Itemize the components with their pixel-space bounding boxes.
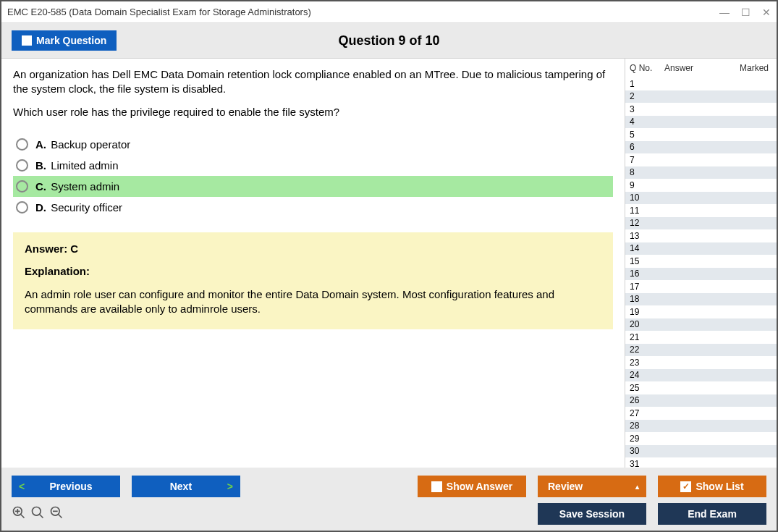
- cell-qno: 10: [625, 193, 660, 203]
- sidebar-row[interactable]: 17: [625, 280, 777, 293]
- cell-qno: 26: [625, 395, 660, 405]
- question-context: An organization has Dell EMC Data Domain…: [13, 67, 613, 97]
- footer: < Previous Next > Show Answer Review ✓ S…: [1, 468, 777, 531]
- show-answer-button[interactable]: Show Answer: [418, 476, 526, 497]
- cell-qno: 3: [625, 104, 660, 114]
- zoom-in-icon[interactable]: [12, 505, 26, 523]
- zoom-reset-icon[interactable]: [30, 505, 45, 523]
- cell-qno: 8: [625, 167, 660, 177]
- sidebar-row[interactable]: 29: [625, 432, 777, 445]
- sidebar-row[interactable]: 2: [625, 90, 777, 104]
- minimize-icon[interactable]: —: [719, 7, 730, 18]
- cell-qno: 24: [625, 370, 660, 380]
- sidebar-body[interactable]: 1234567891011121314151617181920212223242…: [625, 77, 777, 468]
- cell-qno: 30: [625, 446, 660, 456]
- svg-line-1: [21, 514, 25, 518]
- cell-qno: 15: [625, 256, 660, 266]
- review-button[interactable]: Review: [538, 476, 646, 497]
- sidebar-row[interactable]: 30: [625, 445, 777, 458]
- cell-qno: 13: [625, 231, 660, 241]
- explanation-text: An admin role user can configure and mon…: [25, 287, 601, 317]
- option-b[interactable]: B. Limited admin: [13, 155, 613, 176]
- chevron-left-icon: <: [19, 481, 25, 492]
- option-c[interactable]: C. System admin: [13, 176, 613, 197]
- question-list-sidebar: Q No. Answer Marked 12345678910111213141…: [625, 59, 777, 468]
- sidebar-row[interactable]: 9: [625, 179, 777, 192]
- next-button[interactable]: Next >: [132, 476, 240, 497]
- sidebar-row[interactable]: 24: [625, 369, 777, 382]
- option-letter: D.: [35, 201, 46, 214]
- header-row: Mark Question Question 9 of 10: [1, 23, 777, 59]
- mark-checkbox-icon: [22, 35, 32, 46]
- zoom-controls: [12, 505, 64, 523]
- sidebar-row[interactable]: 25: [625, 381, 777, 394]
- sidebar-row[interactable]: 12: [625, 217, 777, 230]
- cell-qno: 19: [625, 307, 660, 317]
- cell-qno: 21: [625, 332, 660, 342]
- cell-qno: 4: [625, 117, 660, 127]
- cell-qno: 25: [625, 383, 660, 393]
- show-list-checkbox-icon: ✓: [680, 481, 691, 492]
- radio-icon: [16, 138, 28, 151]
- sidebar-row[interactable]: 10: [625, 192, 777, 205]
- show-list-button[interactable]: ✓ Show List: [658, 476, 766, 497]
- sidebar-row[interactable]: 7: [625, 153, 777, 166]
- cell-qno: 11: [625, 206, 660, 216]
- content: An organization has Dell EMC Data Domain…: [1, 59, 777, 468]
- show-list-label: Show List: [695, 481, 743, 492]
- mark-question-button[interactable]: Mark Question: [12, 30, 117, 51]
- sidebar-row[interactable]: 15: [625, 255, 777, 268]
- sidebar-row[interactable]: 28: [625, 420, 777, 433]
- cell-qno: 29: [625, 434, 660, 444]
- sidebar-row[interactable]: 3: [625, 103, 777, 116]
- sidebar-row[interactable]: 26: [625, 394, 777, 408]
- cell-qno: 9: [625, 180, 660, 190]
- option-letter: B.: [35, 159, 46, 172]
- sidebar-row[interactable]: 13: [625, 229, 777, 242]
- sidebar-row[interactable]: 18: [625, 293, 777, 306]
- cell-qno: 22: [625, 345, 660, 355]
- sidebar-row[interactable]: 5: [625, 128, 777, 141]
- close-icon[interactable]: ✕: [762, 7, 771, 18]
- end-exam-button[interactable]: End Exam: [658, 503, 766, 525]
- footer-row-2: Save Session End Exam: [12, 503, 766, 525]
- sidebar-row[interactable]: 8: [625, 166, 777, 180]
- zoom-out-icon[interactable]: [49, 505, 64, 523]
- option-d[interactable]: D. Security officer: [13, 197, 613, 218]
- sidebar-row[interactable]: 22: [625, 344, 777, 357]
- sidebar-row[interactable]: 21: [625, 331, 777, 344]
- col-header-answer: Answer: [664, 63, 736, 73]
- svg-line-7: [59, 514, 62, 518]
- col-header-marked: Marked: [736, 63, 772, 73]
- cell-qno: 2: [625, 91, 660, 101]
- col-header-qno: Q No.: [630, 63, 664, 73]
- sidebar-row[interactable]: 4: [625, 116, 777, 129]
- show-answer-label: Show Answer: [447, 481, 512, 492]
- chevron-right-icon: >: [227, 481, 233, 492]
- cell-qno: 6: [625, 142, 660, 152]
- cell-qno: 7: [625, 155, 660, 165]
- sidebar-row[interactable]: 1: [625, 77, 777, 90]
- sidebar-row[interactable]: 19: [625, 305, 777, 318]
- sidebar-row[interactable]: 14: [625, 242, 777, 256]
- previous-button[interactable]: < Previous: [12, 476, 120, 497]
- option-letter: C.: [35, 180, 46, 193]
- question-prompt: Which user role has the privilege requir…: [13, 106, 613, 118]
- option-letter: A.: [35, 138, 46, 151]
- sidebar-row[interactable]: 6: [625, 141, 777, 154]
- cell-qno: 31: [625, 459, 660, 468]
- sidebar-row[interactable]: 20: [625, 318, 777, 332]
- maximize-icon[interactable]: ☐: [741, 7, 750, 18]
- sidebar-row[interactable]: 11: [625, 204, 777, 217]
- next-label: Next: [139, 481, 223, 492]
- sidebar-row[interactable]: 16: [625, 268, 777, 281]
- explanation-label: Explanation:: [25, 265, 601, 277]
- sidebar-row[interactable]: 27: [625, 407, 777, 420]
- radio-icon: [16, 159, 28, 172]
- save-session-button[interactable]: Save Session: [538, 503, 646, 525]
- option-a[interactable]: A. Backup operator: [13, 134, 613, 155]
- radio-icon: [16, 180, 28, 193]
- option-text: A. Backup operator: [35, 138, 130, 151]
- sidebar-row[interactable]: 23: [625, 356, 777, 369]
- sidebar-row[interactable]: 31: [625, 457, 777, 468]
